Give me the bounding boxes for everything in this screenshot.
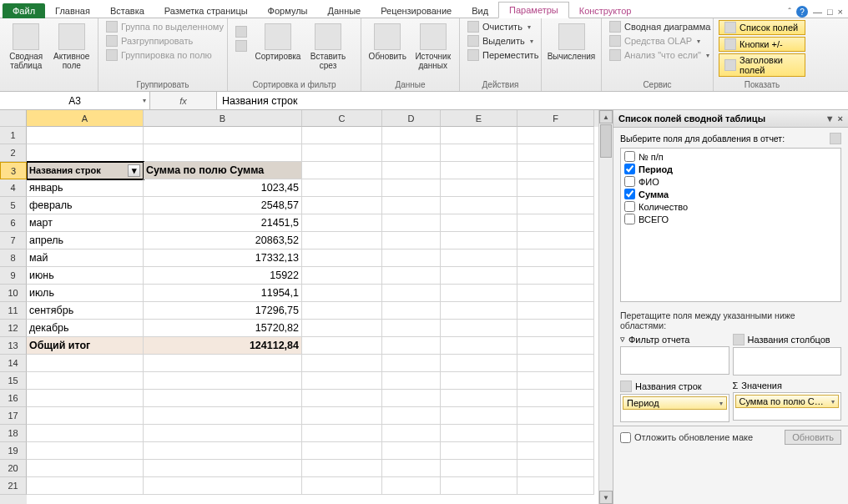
zone-filter-box[interactable] (620, 346, 729, 375)
cell[interactable] (517, 372, 594, 390)
tab-params[interactable]: Параметры (498, 2, 569, 18)
insert-slicer-button[interactable]: Вставить срез (306, 20, 350, 70)
cell[interactable] (441, 425, 517, 442)
zone-rows-box[interactable]: Период▾ (620, 394, 729, 422)
sort-desc-button[interactable] (233, 39, 250, 53)
cell[interactable]: 124112,84 (144, 337, 302, 355)
field-item[interactable]: Сумма (623, 188, 839, 200)
cell[interactable] (302, 267, 382, 285)
cell[interactable]: Общий итог (27, 337, 144, 355)
zone-values-box[interactable]: Сумма по полю С…▾ (733, 392, 842, 421)
row-header[interactable]: 18 (0, 425, 27, 442)
chevron-down-icon[interactable]: ▼ (825, 113, 835, 123)
cell[interactable] (382, 127, 441, 144)
vertical-scrollbar[interactable]: ▲ ▼ (598, 110, 613, 504)
cell[interactable] (27, 372, 144, 390)
cell[interactable] (302, 302, 382, 320)
olap-tools-button[interactable]: Средства OLAP▾ (607, 34, 713, 48)
cell[interactable] (441, 355, 517, 372)
cell[interactable] (382, 355, 441, 372)
scroll-down-icon[interactable]: ▼ (599, 491, 613, 504)
data-source-button[interactable]: Источник данных (412, 20, 455, 70)
cell[interactable]: сентябрь (27, 302, 144, 320)
cell[interactable] (517, 390, 594, 407)
field-checkbox[interactable] (624, 189, 635, 199)
scroll-up-icon[interactable]: ▲ (599, 110, 613, 123)
row-header[interactable]: 4 (0, 179, 27, 197)
cell[interactable]: июль (27, 285, 144, 302)
cell[interactable] (517, 197, 594, 214)
value-chip[interactable]: Сумма по полю С…▾ (735, 395, 840, 408)
cell[interactable] (302, 162, 382, 179)
field-item[interactable]: ФИО (623, 175, 839, 188)
cell[interactable] (144, 477, 302, 495)
cell[interactable] (27, 425, 144, 442)
cell[interactable] (382, 337, 441, 355)
cell[interactable] (27, 355, 144, 372)
row-header[interactable]: 12 (0, 320, 27, 337)
cell[interactable] (144, 442, 302, 460)
cell[interactable]: Сумма по полю Сумма (144, 162, 302, 179)
column-header[interactable]: E (441, 110, 517, 127)
cell[interactable] (441, 249, 517, 267)
cell[interactable] (517, 355, 594, 372)
field-checkbox[interactable] (624, 201, 635, 212)
cell[interactable] (517, 179, 594, 197)
cell[interactable] (27, 477, 144, 495)
cell[interactable] (27, 442, 144, 460)
move-button[interactable]: Переместить (465, 48, 541, 62)
cell[interactable] (302, 214, 382, 232)
row-header[interactable]: 11 (0, 302, 27, 320)
cell[interactable]: 2548,57 (144, 197, 302, 214)
row-header[interactable]: 9 (0, 267, 27, 285)
cell[interactable] (382, 442, 441, 460)
group-field-button[interactable]: Группировка по полю (103, 48, 226, 62)
sort-button[interactable]: Сортировка (253, 20, 303, 61)
cell[interactable]: февраль (27, 197, 144, 214)
cell[interactable]: 17332,13 (144, 249, 302, 267)
field-checkbox[interactable] (624, 164, 635, 174)
row-header[interactable]: 8 (0, 249, 27, 267)
cell[interactable] (27, 144, 144, 162)
pivot-chart-button[interactable]: Сводная диаграмма (607, 20, 713, 33)
cell[interactable] (441, 285, 517, 302)
cell[interactable] (144, 390, 302, 407)
field-item[interactable]: ВСЕГО (623, 213, 839, 225)
cell[interactable] (441, 127, 517, 144)
formula-input[interactable]: Названия строк (217, 92, 848, 109)
cell[interactable] (302, 477, 382, 495)
whatif-button[interactable]: Анализ "что если"▾ (607, 48, 713, 62)
filter-dropdown-icon[interactable]: ▾ (128, 164, 140, 177)
cell[interactable] (517, 267, 594, 285)
field-item[interactable]: Количество (623, 200, 839, 213)
row-header[interactable]: 5 (0, 197, 27, 214)
cell[interactable] (517, 320, 594, 337)
tab-layout[interactable]: Разметка страницы (154, 3, 258, 18)
cell[interactable] (382, 302, 441, 320)
cell[interactable] (441, 214, 517, 232)
cell[interactable] (27, 407, 144, 425)
cells-area[interactable]: Названия строк▾Сумма по полю Суммаянварь… (27, 127, 598, 495)
field-list-button[interactable]: Список полей (719, 20, 805, 35)
cell[interactable] (517, 162, 594, 179)
field-list[interactable]: № п/пПериодФИОСуммаКоличествоВСЕГО (620, 148, 841, 302)
cell[interactable] (441, 337, 517, 355)
cell[interactable] (302, 127, 382, 144)
active-field-button[interactable]: Активное поле (51, 20, 93, 70)
field-headers-button[interactable]: Заголовки полей (719, 53, 805, 77)
row-header[interactable]: 15 (0, 372, 27, 390)
column-header[interactable]: C (302, 110, 382, 127)
field-checkbox[interactable] (624, 214, 635, 224)
row-header[interactable]: 20 (0, 460, 27, 477)
chevron-down-icon[interactable]: ▾ (143, 97, 146, 104)
cell[interactable] (382, 477, 441, 495)
cell[interactable] (302, 249, 382, 267)
select-button[interactable]: Выделить▾ (465, 34, 541, 48)
cell[interactable] (144, 144, 302, 162)
cell[interactable] (382, 197, 441, 214)
cell[interactable] (517, 425, 594, 442)
group-selection-button[interactable]: Группа по выделенному (103, 20, 226, 33)
select-all-corner[interactable] (0, 110, 27, 127)
refresh-button[interactable]: Обновить (366, 20, 409, 61)
cell[interactable]: 15922 (144, 267, 302, 285)
